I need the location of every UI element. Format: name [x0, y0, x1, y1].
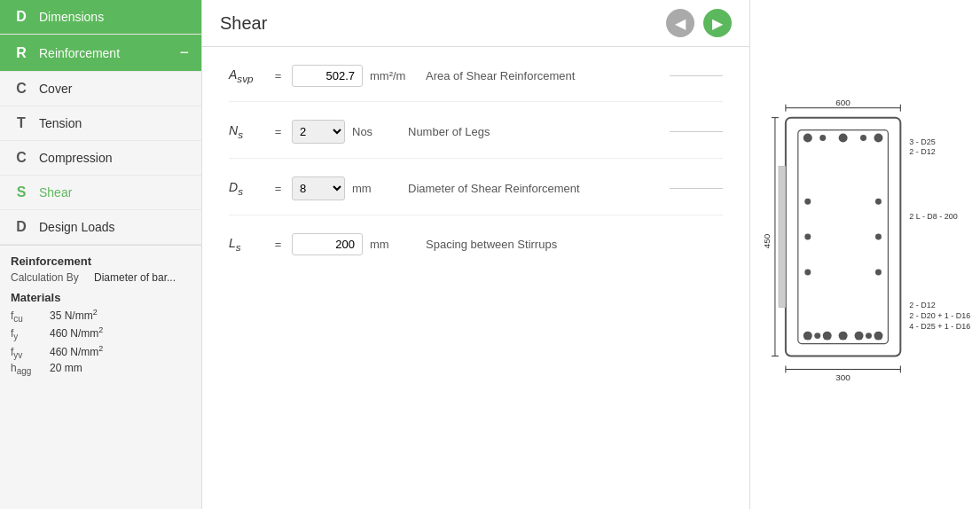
column-inner	[798, 130, 889, 344]
label-bot-right-3: 4 - D25 + 1 - D16	[909, 322, 970, 331]
column-outline	[786, 118, 900, 356]
symbol-ls: Ls	[229, 236, 264, 253]
select-ns[interactable]: 2 3 4	[292, 120, 345, 144]
sidebar-item-tension[interactable]: T Tension	[0, 106, 201, 141]
prop-calc-label: Calculation By	[11, 271, 90, 284]
dim-450-label: 450	[762, 233, 772, 248]
divider-asvp	[670, 75, 723, 76]
mat-value-fy: 460 N/mm2	[50, 325, 103, 340]
rebar-tr1	[874, 134, 882, 143]
rebar-lm3	[804, 269, 811, 275]
rebar-tl1	[804, 134, 812, 143]
sidebar-label-cover: Cover	[39, 82, 189, 96]
desc-ds: Diameter of Shear Reinforcement	[408, 182, 580, 195]
sidebar-label-dimensions: Dimensions	[39, 10, 189, 24]
sidebar-item-compression[interactable]: C Compression	[0, 141, 201, 176]
rebar-br1	[855, 332, 864, 341]
rebar-tr2	[860, 135, 866, 141]
label-bot-right-2: 2 - D20 + 1 - D16	[909, 311, 970, 320]
unit-ls: mm	[370, 238, 419, 251]
desc-ns: Number of Legs	[408, 125, 490, 138]
rebar-rm1	[875, 199, 882, 205]
input-ls[interactable]	[292, 233, 363, 255]
mat-label-fcu: fcu	[11, 309, 46, 324]
dim-600-label: 600	[835, 98, 851, 107]
mat-row-hagg: hagg 20 mm	[11, 362, 191, 376]
notch-left	[779, 166, 786, 307]
sidebar-letter-t: T	[12, 115, 30, 131]
form-row-asvp: Asvp = mm²/m Area of Shear Reinforcement	[229, 65, 723, 102]
eq-ns: =	[271, 125, 285, 138]
sidebar-label-shear: Shear	[39, 185, 189, 200]
sidebar-letter-r: R	[12, 45, 30, 61]
form-row-ds: Ds = 6 8 10 12 mm Diameter of Shear Rein…	[229, 176, 723, 215]
unit-ds: mm	[352, 182, 401, 195]
sidebar-letter-d2: D	[12, 219, 30, 235]
sidebar-letter-s: S	[12, 184, 30, 200]
sidebar-letter-c1: C	[12, 81, 30, 97]
rebar-lm2	[804, 234, 811, 240]
rebar-tm	[839, 134, 848, 143]
prop-section-title: Reinforcement	[11, 254, 191, 268]
symbol-asvp: Asvp	[229, 67, 264, 84]
dim-300-label: 300	[835, 372, 851, 382]
divider-ns	[670, 131, 723, 132]
desc-asvp: Area of Shear Reinforcement	[426, 69, 575, 82]
form-row-ns: Ns = 2 3 4 Nos Number of Legs	[229, 120, 723, 159]
diagram-area: 600 450	[749, 0, 980, 509]
sidebar-item-design-loads[interactable]: D Design Loads	[0, 210, 201, 245]
sidebar-properties: Reinforcement Calculation By Diameter of…	[0, 245, 201, 509]
mat-row-fy: fy 460 N/mm2	[11, 325, 191, 341]
rebar-lm1	[804, 199, 811, 205]
label-top-right-2: 2 - D12	[909, 147, 935, 156]
eq-ls: =	[271, 238, 285, 251]
mat-value-fyv: 460 N/mm2	[50, 344, 103, 358]
rebar-rm2	[875, 234, 882, 240]
rebar-bl2	[823, 332, 832, 341]
eq-asvp: =	[271, 69, 285, 82]
mat-row-fcu: fcu 35 N/mm2	[11, 308, 191, 324]
select-ds[interactable]: 6 8 10 12	[292, 176, 345, 200]
cross-section-diagram: 600 450	[759, 95, 971, 414]
sidebar-label-tension: Tension	[39, 116, 189, 130]
mat-row-fyv: fyv 460 N/mm2	[11, 344, 191, 360]
mat-label-hagg: hagg	[11, 362, 46, 376]
rebar-bl1	[804, 332, 812, 341]
rebar-rm3	[875, 269, 882, 275]
unit-ns: Nos	[352, 125, 401, 138]
prop-calc-value: Diameter of bar...	[94, 271, 176, 284]
mat-value-fcu: 35 N/mm2	[50, 308, 98, 322]
form-row-ls: Ls = mm Spacing between Stirrups	[229, 233, 723, 270]
sidebar: D Dimensions R Reinforcement − C Cover T…	[0, 0, 202, 509]
form-area: Asvp = mm²/m Area of Shear Reinforcement…	[202, 47, 749, 509]
label-bot-right-1: 2 - D12	[909, 301, 935, 309]
rebar-bs2	[866, 333, 872, 339]
symbol-ds: Ds	[229, 180, 264, 197]
mat-value-hagg: 20 mm	[50, 362, 82, 374]
rebar-br2	[874, 332, 882, 341]
sidebar-label-compression: Compression	[39, 151, 189, 165]
nav-right-button[interactable]: ▶	[703, 9, 732, 37]
sidebar-label-reinforcement: Reinforcement	[39, 46, 170, 60]
materials-title: Materials	[11, 291, 191, 304]
symbol-ns: Ns	[229, 123, 264, 140]
sidebar-letter-c2: C	[12, 150, 30, 166]
sidebar-item-reinforcement[interactable]: R Reinforcement −	[0, 35, 201, 72]
sidebar-label-design-loads: Design Loads	[39, 220, 189, 234]
desc-ls: Spacing between Stirrups	[426, 238, 557, 251]
sidebar-item-dimensions[interactable]: D Dimensions	[0, 0, 201, 35]
nav-left-button[interactable]: ◀	[666, 9, 694, 37]
eq-ds: =	[271, 182, 285, 195]
page-title: Shear	[220, 13, 657, 34]
sidebar-item-shear[interactable]: S Shear	[0, 176, 201, 210]
sidebar-minus-icon: −	[179, 43, 189, 62]
mat-label-fy: fy	[11, 327, 46, 341]
prop-calc-row: Calculation By Diameter of bar...	[11, 271, 191, 284]
label-top-right-1: 3 - D25	[909, 137, 935, 146]
sidebar-item-cover[interactable]: C Cover	[0, 72, 201, 106]
input-asvp[interactable]	[292, 65, 363, 87]
unit-asvp: mm²/m	[370, 69, 419, 82]
label-mid-right: 2 L - D8 - 200	[909, 212, 957, 221]
main-header: Shear ◀ ▶	[202, 0, 749, 47]
rebar-bs1	[814, 333, 820, 339]
